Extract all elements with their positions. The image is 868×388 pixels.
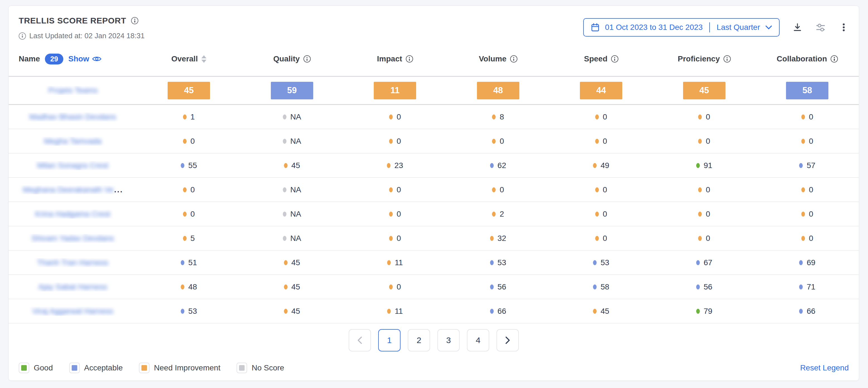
show-names-button[interactable]: Show — [68, 54, 101, 63]
legend-item-no-score[interactable]: No Score — [237, 363, 284, 373]
download-icon — [793, 22, 802, 32]
proficiency-info-icon[interactable] — [723, 55, 731, 62]
prev-page-button[interactable] — [349, 329, 371, 352]
score-value: 0 — [500, 185, 504, 194]
score-level-dot — [595, 236, 599, 241]
score-value: 0 — [397, 210, 401, 218]
score-value: 0 — [190, 185, 195, 194]
member-name-cell[interactable]: Meghana Deerakanath Ve... — [9, 185, 137, 194]
score-level-dot — [181, 163, 184, 168]
score-badge-collaboration: 58 — [786, 82, 828, 99]
table-row: Milan Sonagra Crest 55 45 23 62 — [9, 153, 859, 178]
more-menu-button[interactable] — [839, 22, 849, 32]
volume-info-icon[interactable] — [510, 55, 518, 62]
team-summary-row: Projets Teams 45 59 11 48 44 45 58 — [9, 76, 859, 105]
score-level-dot — [284, 163, 287, 168]
score-cell-proficiency: 91 — [653, 161, 756, 170]
date-range-picker-button[interactable]: 01 Oct 2023 to 31 Dec 2023 Last Quarter — [583, 18, 780, 36]
member-name: Shivam Yadav Devdans — [32, 234, 114, 243]
member-name-cell[interactable]: Krina Hadgama Crest — [9, 210, 137, 218]
speed-info-icon[interactable] — [611, 55, 618, 62]
score-cell-speed: 0 — [550, 210, 653, 218]
legend-item-acceptable[interactable]: Acceptable — [69, 363, 123, 373]
score-cell-speed: 0 — [550, 137, 653, 146]
page-button-1[interactable]: 1 — [378, 329, 401, 352]
sort-icon[interactable] — [202, 55, 207, 63]
score-cell-volume: 2 — [446, 210, 550, 218]
score-cell-impact: 0 — [343, 210, 446, 218]
legend-swatch-fill — [21, 365, 27, 371]
member-name-cell[interactable]: Megha Tamvada — [9, 137, 137, 146]
score-badge-proficiency: 45 — [683, 82, 725, 99]
member-name-cell[interactable]: Thanh Tran Harness — [9, 258, 137, 267]
legend-swatch — [139, 363, 150, 373]
score-value: 0 — [809, 137, 813, 146]
score-cell-quality: NA — [241, 113, 344, 121]
score-value: 1 — [190, 113, 195, 121]
score-value: NA — [290, 185, 301, 194]
page-button-2[interactable]: 2 — [408, 329, 430, 352]
member-name-cell[interactable]: Shivam Yadav Devdans — [9, 234, 137, 243]
score-level-dot — [799, 163, 803, 168]
member-name-cell[interactable]: Ajay Sabat Harness — [9, 282, 137, 291]
score-cell-proficiency: 67 — [653, 258, 756, 267]
last-updated-info-icon — [19, 32, 26, 40]
score-value: 0 — [809, 210, 813, 218]
score-value: 45 — [291, 258, 300, 267]
score-level-dot — [387, 260, 391, 265]
name-ellipsis: ... — [114, 185, 123, 194]
score-value: 0 — [397, 137, 401, 146]
score-value: 0 — [603, 234, 607, 243]
score-value: 48 — [188, 282, 197, 291]
legend-item-need-improvement[interactable]: Need Improvement — [139, 363, 220, 373]
score-level-dot — [799, 285, 803, 290]
settings-button[interactable] — [815, 22, 826, 33]
legend-swatch — [19, 363, 29, 373]
score-value: 0 — [706, 137, 710, 146]
date-preset-text: Last Quarter — [717, 23, 760, 32]
team-name-cell[interactable]: Projets Teams — [9, 86, 137, 95]
impact-info-icon[interactable] — [406, 55, 413, 62]
quality-info-icon[interactable] — [304, 55, 311, 62]
score-cell-speed: 0 — [550, 234, 653, 243]
score-level-dot — [284, 285, 287, 290]
table-row: Viraj Aggarwal Harness 53 45 11 66 — [9, 299, 859, 324]
score-cell-collaboration: 0 — [755, 137, 859, 146]
score-value: 0 — [706, 185, 710, 194]
score-value: 0 — [397, 113, 401, 121]
column-header-overall[interactable]: Overall — [137, 54, 241, 63]
score-value: 49 — [600, 161, 609, 170]
page-title: TRELLIS SCORE REPORT — [19, 16, 126, 25]
trellis-score-report-card: TRELLIS SCORE REPORT Last Updated at: 02… — [8, 6, 859, 381]
next-page-button[interactable] — [496, 329, 519, 352]
column-header-volume: Volume — [446, 54, 550, 63]
page-button-3[interactable]: 3 — [437, 329, 460, 352]
column-header-proficiency: Proficiency — [653, 54, 756, 63]
score-value: NA — [290, 210, 301, 218]
legend-swatch-fill — [142, 365, 147, 371]
legend-items: Good Acceptable Need Improvement No Scor… — [19, 363, 284, 373]
score-cell-overall: 0 — [137, 137, 241, 146]
title-info-icon[interactable] — [131, 17, 138, 24]
legend-item-good[interactable]: Good — [19, 363, 53, 373]
score-value: 0 — [809, 234, 813, 243]
score-cell-volume: 56 — [446, 282, 550, 291]
score-value: 0 — [397, 185, 401, 194]
score-cell-volume: 0 — [446, 185, 550, 194]
member-name-cell[interactable]: Milan Sonagra Crest — [9, 161, 137, 170]
download-button[interactable] — [793, 22, 802, 32]
score-cell-proficiency: 0 — [653, 234, 756, 243]
collaboration-info-icon[interactable] — [831, 55, 838, 62]
score-cell-proficiency: 56 — [653, 282, 756, 291]
reset-legend-link[interactable]: Reset Legend — [800, 363, 849, 372]
score-cell-speed: 45 — [550, 307, 653, 316]
member-name-cell[interactable]: Viraj Aggarwal Harness — [9, 307, 137, 316]
page-button-4[interactable]: 4 — [467, 329, 489, 352]
member-name-cell[interactable]: Madhav Bhasin Devdans — [9, 113, 137, 121]
score-cell-collaboration: 0 — [755, 210, 859, 218]
score-cell-quality: 45 — [241, 161, 344, 170]
score-value: 91 — [704, 161, 712, 170]
column-label: Speed — [584, 54, 608, 63]
score-level-dot — [389, 187, 393, 192]
column-label: Volume — [479, 54, 506, 63]
